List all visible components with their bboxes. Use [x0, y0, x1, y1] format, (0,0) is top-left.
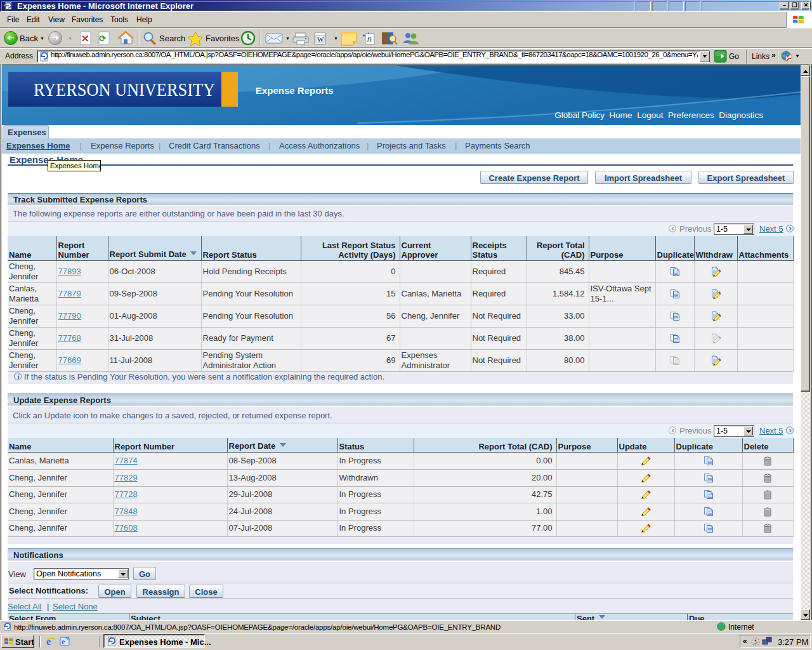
svg-text:▼: ▼ — [68, 36, 72, 41]
svg-text:e: e — [62, 637, 65, 646]
svg-text:e: e — [46, 636, 51, 647]
svg-text:Search: Search — [159, 34, 185, 43]
svg-text:W: W — [317, 36, 324, 43]
svg-text:RYERSON UNIVERSITY: RYERSON UNIVERSITY — [34, 79, 215, 100]
svg-text:▼: ▼ — [334, 36, 338, 41]
svg-text:⟳: ⟳ — [99, 34, 107, 43]
svg-text:Favorites: Favorites — [206, 34, 240, 43]
svg-text:Back: Back — [20, 34, 38, 43]
svg-text:✕: ✕ — [81, 33, 89, 44]
svg-text:Expense Reports: Expense Reports — [256, 85, 334, 96]
svg-text:Global Policy Home Logout P: Global Policy Home Logout Preferences Di… — [554, 110, 763, 120]
svg-text:n: n — [367, 35, 372, 44]
svg-text:▼: ▼ — [285, 36, 290, 41]
svg-text:▼: ▼ — [40, 36, 44, 41]
